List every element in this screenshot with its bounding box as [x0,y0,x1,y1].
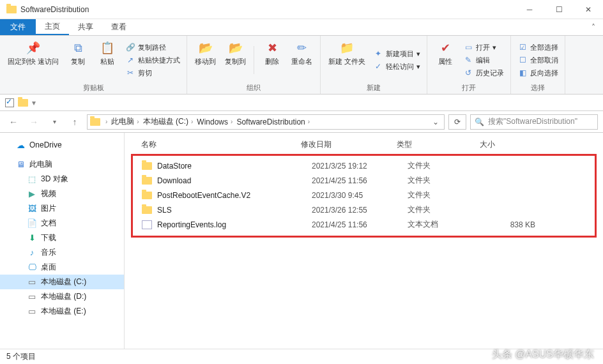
status-text: 5 个项目 [6,351,36,362]
qat-folder-icon[interactable] [18,99,28,107]
close-button[interactable]: ✕ [574,0,603,19]
breadcrumb-item[interactable]: 此电脑› [110,116,140,127]
drive-icon: ▭ [27,292,37,302]
edit-button[interactable]: ✎编辑 [462,54,505,66]
column-name[interactable]: 名称 [141,139,301,150]
new-folder-button[interactable]: 📁新建 文件夹 [326,38,368,82]
paste-button[interactable]: 📋粘贴 [95,38,120,82]
file-row[interactable]: SLS2021/3/26 12:55文件夹 [137,202,591,217]
history-button[interactable]: ↺历史记录 [462,67,505,79]
title-bar: SoftwareDistribution ─ ☐ ✕ [0,0,603,19]
rename-button[interactable]: ✏重命名 [289,38,315,82]
sidebar-item-desktop[interactable]: 🖵桌面 [0,260,124,275]
file-date: 2021/3/25 19:12 [312,162,408,171]
breadcrumb-item[interactable]: SoftwareDistribution› [235,118,311,126]
nav-forward-button[interactable]: → [26,114,42,130]
file-row[interactable]: ReportingEvents.log2021/4/25 11:56文本文档83… [137,217,591,232]
breadcrumb-sep[interactable]: › [104,118,109,125]
sidebar-item-onedrive[interactable]: ☁OneDrive [0,138,124,152]
nav-recent-button[interactable]: ▾ [46,114,63,130]
group-select: ☑全部选择 ☐全部取消 ◧反向选择 选择 [511,36,565,94]
sidebar-item-pictures[interactable]: 🖼图片 [0,201,124,216]
address-bar: ← → ▾ ↑ › 此电脑› 本地磁盘 (C:)› Windows› Softw… [0,111,603,133]
qat-checkbox[interactable] [5,98,14,107]
move-to-button[interactable]: 📂移动到 [192,38,218,82]
cut-icon: ✂ [125,68,135,78]
sidebar-item-music[interactable]: ♪音乐 [0,245,124,260]
select-none-icon: ☐ [517,55,528,65]
tab-view[interactable]: 查看 [102,19,135,35]
sidebar-item-drive-e[interactable]: ▭本地磁盘 (E:) [0,304,124,319]
new-item-button[interactable]: ✦新建项目 ▾ [372,48,422,59]
sidebar-item-downloads[interactable]: ⬇下载 [0,231,124,245]
breadcrumb-item[interactable]: Windows› [195,118,234,126]
sidebar-item-this-pc[interactable]: 🖥此电脑 [0,157,124,172]
copy-icon: ⧉ [70,40,86,56]
music-icon: ♪ [27,248,37,258]
delete-icon: ✖ [264,40,280,56]
column-date[interactable]: 修改日期 [301,139,397,150]
breadcrumb-item[interactable]: 本地磁盘 (C:)› [142,116,195,127]
sidebar-item-documents[interactable]: 📄文档 [0,216,124,231]
file-row[interactable]: DataStore2021/3/25 19:12文件夹 [137,158,591,173]
sidebar-item-drive-c[interactable]: ▭本地磁盘 (C:) [0,275,124,289]
sidebar-item-3d-objects[interactable]: ⬚3D 对象 [0,172,124,186]
refresh-button[interactable]: ⟳ [448,114,466,130]
window-title: SoftwareDistribution [20,5,89,14]
properties-icon: ✔ [437,40,454,56]
select-none-button[interactable]: ☐全部取消 [516,54,560,66]
copy-to-icon: 📂 [227,40,244,56]
folder-icon [142,206,152,214]
group-new: 📁新建 文件夹 ✦新建项目 ▾ ✓轻松访问 ▾ 新建 [321,36,427,94]
folder-icon [142,192,152,199]
nav-up-button[interactable]: ↑ [66,114,83,130]
pin-button[interactable]: 📌固定到快 速访问 [5,38,61,82]
pc-icon: 🖥 [15,160,26,170]
file-icon [142,220,152,229]
search-icon: 🔍 [475,118,484,126]
cloud-icon: ☁ [15,140,26,150]
column-type[interactable]: 类型 [397,139,480,150]
file-name: ReportingEvents.log [157,220,312,229]
folder-icon [6,6,17,13]
cut-button[interactable]: ✂剪切 [124,67,181,79]
invert-selection-button[interactable]: ◧反向选择 [516,67,560,79]
copy-to-button[interactable]: 📂复制到 [222,38,248,82]
rename-icon: ✏ [294,40,310,56]
tab-share[interactable]: 共享 [69,19,102,35]
properties-button[interactable]: ✔属性 [432,38,458,82]
tab-home[interactable]: 主页 [36,19,69,35]
select-all-button[interactable]: ☑全部选择 [516,42,560,53]
tab-file[interactable]: 文件 [0,19,36,35]
group-organize: 📂移动到 📂复制到 ✖删除 ✏重命名 组织 [187,36,321,94]
column-headers[interactable]: 名称 修改日期 类型 大小 [131,137,597,154]
window-controls: ─ ☐ ✕ [515,0,603,19]
group-clipboard: 📌固定到快 速访问 ⧉复制 📋粘贴 🔗复制路径 ↗粘贴快捷方式 ✂剪切 剪贴板 [0,36,187,94]
sidebar-item-drive-d[interactable]: ▭本地磁盘 (D:) [0,289,124,304]
address-field[interactable]: › 此电脑› 本地磁盘 (C:)› Windows› SoftwareDistr… [87,114,445,130]
easy-access-button[interactable]: ✓轻松访问 ▾ [372,61,422,72]
open-button[interactable]: ▭打开 ▾ [462,42,505,53]
paste-shortcut-button[interactable]: ↗粘贴快捷方式 [124,54,181,66]
maximize-button[interactable]: ☐ [544,0,574,19]
copy-path-button[interactable]: 🔗复制路径 [124,42,181,53]
column-size[interactable]: 大小 [480,139,531,150]
file-row[interactable]: Download2021/4/25 11:56文件夹 [137,173,591,188]
paste-icon: 📋 [99,40,116,56]
delete-button[interactable]: ✖删除 [259,38,285,82]
copy-button[interactable]: ⧉复制 [65,38,91,82]
file-type: 文件夹 [408,160,491,171]
ribbon-collapse-button[interactable]: ˄ [584,19,603,35]
group-label-open: 打开 [432,82,505,93]
nav-back-button[interactable]: ← [5,114,22,130]
qat-dropdown[interactable]: ▾ [32,98,36,107]
file-row[interactable]: PostRebootEventCache.V22021/3/30 9:45文件夹 [137,188,591,202]
minimize-button[interactable]: ─ [515,0,544,19]
sidebar-item-videos[interactable]: ▶视频 [0,186,124,201]
search-placeholder: 搜索"SoftwareDistribution" [488,116,577,127]
file-type: 文件夹 [408,190,491,201]
address-dropdown[interactable]: ⌄ [430,118,441,126]
open-icon: ▭ [463,42,473,52]
file-name: DataStore [157,162,312,171]
search-input[interactable]: 🔍 搜索"SoftwareDistribution" [470,114,598,130]
